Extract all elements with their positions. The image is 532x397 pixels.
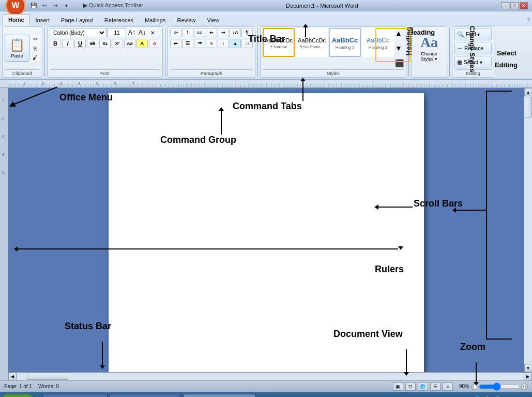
separator-1: [44, 27, 45, 77]
clear-format-button[interactable]: ✕: [148, 28, 157, 37]
document-canvas[interactable]: [8, 88, 524, 372]
justify-button[interactable]: ≡: [206, 39, 217, 48]
scroll-thumb[interactable]: [525, 97, 532, 117]
ribbon: Home Insert Page Layout References Maili…: [0, 11, 532, 80]
zoom-increase-button[interactable]: +: [522, 384, 528, 390]
change-styles-group: Aa ChangeStyles ▾ x: [411, 26, 447, 78]
subscript-button[interactable]: X₂: [99, 39, 111, 48]
web-layout-button[interactable]: 🌐: [418, 383, 428, 391]
change-styles-button[interactable]: Aa ChangeStyles ▾: [420, 34, 438, 62]
style-normal[interactable]: AaBbCcDc ¶ Normal: [263, 28, 295, 57]
font-color-button[interactable]: A: [149, 39, 160, 48]
hscroll-right-button[interactable]: ▶: [524, 373, 532, 381]
style-heading1[interactable]: AaBbCc Heading 1: [329, 28, 361, 57]
center-button[interactable]: ☰: [182, 39, 193, 48]
replace-button[interactable]: ↔ Replace: [454, 42, 492, 54]
clipboard-small-btns: ✂ ⎘ 🖌: [31, 35, 40, 62]
copy-button[interactable]: ⎘: [31, 44, 40, 52]
sort-button[interactable]: ↕A: [230, 28, 241, 37]
shading-button[interactable]: ▲: [230, 39, 241, 48]
indent-inc-button[interactable]: ⇒: [218, 28, 229, 37]
zoom-slider[interactable]: [479, 384, 520, 389]
document-area: 1 2 3 4 5 1 2 3 4 5 6 7: [0, 80, 532, 380]
save-qa-button[interactable]: 💾: [29, 2, 38, 10]
hscroll-track[interactable]: [17, 373, 524, 380]
undo-qa-button[interactable]: ↩: [40, 2, 49, 10]
shrink-font-button[interactable]: A↓: [138, 28, 147, 37]
tab-mailings[interactable]: Mailings: [139, 14, 171, 25]
vertical-scrollbar[interactable]: ▲ ▼: [524, 88, 532, 372]
superscript-button[interactable]: X²: [112, 39, 123, 48]
cut-button[interactable]: ✂: [31, 35, 40, 43]
redo-qa-button[interactable]: ↪: [51, 2, 60, 10]
highlight-button[interactable]: A: [136, 39, 148, 48]
close-button[interactable]: ✕: [520, 2, 528, 9]
paste-button[interactable]: 📋 Paste: [5, 35, 29, 62]
full-screen-button[interactable]: ⊡: [405, 383, 416, 391]
line-spacing-button[interactable]: ↕: [218, 39, 229, 48]
editing-group: 🔍 Find ▾ ↔ Replace ▦ Select ▾ Editing: [452, 26, 494, 78]
outline-button[interactable]: ☰: [430, 383, 440, 391]
style-heading2[interactable]: AaBbCc Heading 2: [362, 28, 394, 57]
styles-scroll-up[interactable]: ▲: [395, 29, 404, 37]
word-count: Words: 0: [38, 384, 59, 389]
draft-button[interactable]: ≡: [443, 383, 453, 391]
borders-button[interactable]: □: [241, 39, 253, 48]
start-button[interactable]: ⊞ start: [2, 394, 34, 397]
tab-view[interactable]: View: [202, 14, 225, 25]
title-bar: W 💾 ↩ ↪ ▾ ▶ Quick Access Toolbar Documen…: [0, 0, 532, 11]
strikethrough-button[interactable]: ab: [87, 39, 98, 48]
tab-review[interactable]: Review: [171, 14, 201, 25]
font-size-input[interactable]: [108, 28, 126, 37]
style-no-spacing[interactable]: AaBbCcDc ¶ No Spaci...: [296, 28, 328, 57]
help-icon[interactable]: ?: [525, 15, 532, 25]
bold-button[interactable]: B: [50, 39, 61, 48]
select-button[interactable]: ▦ Select ▾: [454, 56, 492, 68]
grow-font-button[interactable]: A↑: [127, 28, 136, 37]
scroll-up-button[interactable]: ▲: [524, 88, 533, 96]
zoom-level: 90%: [459, 384, 469, 389]
zoom-decrease-button[interactable]: [471, 384, 477, 390]
hscroll-left-button[interactable]: ◀: [8, 373, 17, 381]
qa-dropdown-button[interactable]: ▾: [62, 2, 71, 10]
taskbar-powerpoint[interactable]: 📊 Microsoft PowerPoint ...: [110, 394, 181, 397]
scroll-track[interactable]: [524, 96, 532, 364]
scroll-down-button[interactable]: ▼: [524, 364, 533, 372]
format-painter-button[interactable]: 🖌: [31, 53, 40, 62]
taskbar-network[interactable]: 🖧 Network Connections: [42, 394, 108, 397]
underline-button[interactable]: U: [74, 39, 86, 48]
status-bar: Page: 1 of 1 Words: 0 ▣ ⊡ 🌐 ☰ ≡ 90% +: [0, 380, 532, 392]
numbering-button[interactable]: ⒈: [182, 28, 193, 37]
align-right-button[interactable]: ⮕: [194, 39, 205, 48]
tab-page-layout[interactable]: Page Layout: [55, 14, 99, 25]
bullets-button[interactable]: ≡•: [170, 28, 181, 37]
multilevel-button[interactable]: ≡≡: [194, 28, 205, 37]
indent-dec-button[interactable]: ⇐: [206, 28, 217, 37]
tab-insert[interactable]: Insert: [30, 14, 56, 25]
paragraph-label: Paragraph: [170, 69, 253, 76]
tab-home[interactable]: Home: [3, 14, 30, 25]
find-button[interactable]: 🔍 Find ▾: [454, 28, 492, 40]
horizontal-ruler: 1 2 3 4 5 6 7: [8, 80, 532, 88]
qa-toolbar-label-arrow-text: ▶ Quick Access Toolbar: [83, 2, 143, 9]
quick-access-toolbar: 💾 ↩ ↪ ▾: [29, 2, 71, 10]
align-left-button[interactable]: ⬅: [170, 39, 181, 48]
maximize-button[interactable]: □: [510, 2, 519, 9]
italic-button[interactable]: I: [62, 39, 73, 48]
styles-expand[interactable]: ⬛: [395, 59, 404, 67]
show-hide-button[interactable]: ¶: [241, 28, 253, 37]
styles-group: AaBbCcDc ¶ Normal AaBbCcDc ¶ No Spaci...…: [260, 26, 406, 78]
minimize-button[interactable]: ─: [501, 2, 509, 9]
styles-scroll-down[interactable]: ▼: [395, 44, 404, 52]
separator-2: [165, 27, 165, 77]
tab-references[interactable]: References: [99, 14, 139, 25]
hscroll-thumb[interactable]: [27, 373, 68, 380]
document-page[interactable]: [109, 93, 424, 372]
font-name-dropdown[interactable]: Calibri (Body): [50, 28, 107, 37]
taskbar-word[interactable]: 📄 Document1 - Microsof...: [183, 394, 255, 397]
horizontal-scrollbar[interactable]: ◀ ▶: [8, 372, 532, 380]
change-case-button[interactable]: Aa: [124, 39, 135, 48]
print-layout-button[interactable]: ▣: [393, 383, 403, 391]
office-button[interactable]: W: [5, 0, 26, 16]
clipboard-label: Clipboard: [5, 69, 40, 76]
